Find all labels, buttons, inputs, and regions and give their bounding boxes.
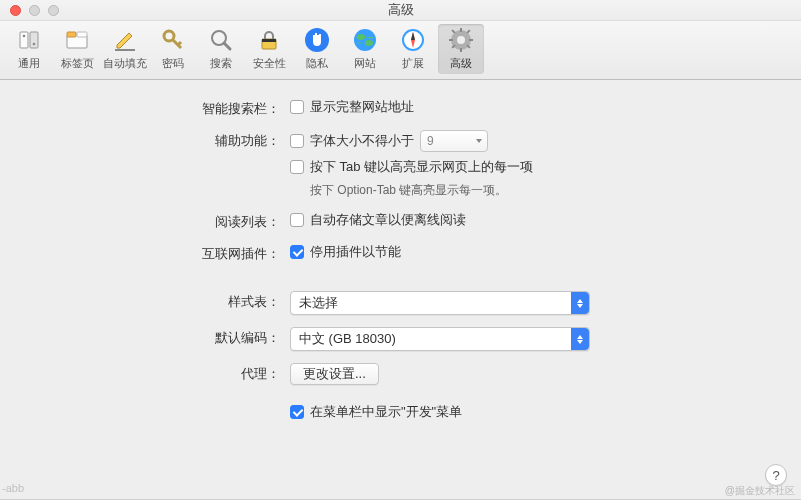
- svg-rect-26: [460, 48, 462, 52]
- tab-highlight-label: 按下 Tab 键以高亮显示网页上的每一项: [310, 158, 533, 176]
- preferences-window: 高级 通用 标签页 自动填充 密码: [0, 0, 801, 500]
- tab-label: 标签页: [61, 56, 94, 71]
- tab-websites[interactable]: 网站: [342, 24, 388, 74]
- encoding-value: 中文 (GB 18030): [299, 330, 396, 348]
- select-arrows-icon: [571, 328, 589, 350]
- tab-label: 搜索: [210, 56, 232, 71]
- show-develop-menu-label: 在菜单栏中显示"开发"菜单: [310, 403, 462, 421]
- close-window-button[interactable]: [10, 5, 21, 16]
- switch-icon: [15, 26, 43, 54]
- smart-search-label: 智能搜索栏：: [30, 98, 290, 118]
- proxy-label: 代理：: [30, 363, 290, 383]
- svg-rect-6: [77, 32, 87, 37]
- tab-label: 自动填充: [103, 56, 147, 71]
- minimize-window-button[interactable]: [29, 5, 40, 16]
- window-controls: [0, 5, 59, 16]
- svg-line-13: [224, 43, 230, 49]
- stylesheet-select[interactable]: 未选择: [290, 291, 590, 315]
- svg-rect-15: [262, 39, 276, 42]
- tab-highlight-checkbox[interactable]: [290, 160, 304, 174]
- svg-rect-5: [67, 32, 76, 37]
- zoom-window-button[interactable]: [48, 5, 59, 16]
- tab-search[interactable]: 搜索: [198, 24, 244, 74]
- tab-passwords[interactable]: 密码: [150, 24, 196, 74]
- tab-label: 高级: [450, 56, 472, 71]
- hand-icon: [303, 26, 331, 54]
- tab-autofill[interactable]: 自动填充: [102, 24, 148, 74]
- preferences-toolbar: 通用 标签页 自动填充 密码 搜索: [0, 21, 801, 80]
- globe-icon: [351, 26, 379, 54]
- tab-label: 通用: [18, 56, 40, 71]
- key-icon: [159, 26, 187, 54]
- lock-icon: [255, 26, 283, 54]
- svg-rect-0: [20, 32, 28, 48]
- tab-label: 安全性: [253, 56, 286, 71]
- tab-label: 扩展: [402, 56, 424, 71]
- svg-point-2: [23, 35, 26, 38]
- svg-rect-28: [469, 39, 473, 41]
- svg-rect-25: [460, 28, 462, 32]
- accessibility-label: 辅助功能：: [30, 130, 290, 150]
- svg-point-33: [457, 36, 465, 44]
- tab-security[interactable]: 安全性: [246, 24, 292, 74]
- show-develop-menu-checkbox[interactable]: [290, 405, 304, 419]
- background-fragment: -abb: [0, 482, 42, 500]
- svg-point-3: [33, 43, 36, 46]
- stylesheet-value: 未选择: [299, 294, 338, 312]
- svg-point-19: [365, 40, 373, 46]
- show-full-url-label: 显示完整网站地址: [310, 98, 414, 116]
- encoding-label: 默认编码：: [30, 327, 290, 347]
- svg-marker-7: [117, 33, 132, 48]
- select-arrows-icon: [571, 292, 589, 314]
- min-font-select[interactable]: 9: [420, 130, 488, 152]
- pencil-icon: [111, 26, 139, 54]
- tab-advanced[interactable]: 高级: [438, 24, 484, 74]
- advanced-pane: 智能搜索栏： 显示完整网站地址 辅助功能： 字体大小不得小于 9 按下 Tab …: [0, 80, 801, 443]
- svg-point-17: [354, 29, 376, 51]
- reading-list-label: 阅读列表：: [30, 211, 290, 231]
- tab-extensions[interactable]: 扩展: [390, 24, 436, 74]
- compass-icon: [399, 26, 427, 54]
- tab-label: 网站: [354, 56, 376, 71]
- svg-rect-27: [449, 39, 453, 41]
- window-title: 高级: [0, 1, 801, 19]
- stop-plugins-checkbox[interactable]: [290, 245, 304, 259]
- stop-plugins-label: 停用插件以节能: [310, 243, 401, 261]
- tab-tabs[interactable]: 标签页: [54, 24, 100, 74]
- min-font-label: 字体大小不得小于: [310, 132, 414, 150]
- tab-label: 隐私: [306, 56, 328, 71]
- tab-general[interactable]: 通用: [6, 24, 52, 74]
- gear-icon: [447, 26, 475, 54]
- stylesheet-label: 样式表：: [30, 291, 290, 311]
- svg-point-18: [357, 34, 365, 40]
- min-font-checkbox[interactable]: [290, 134, 304, 148]
- change-proxy-button[interactable]: 更改设置...: [290, 363, 379, 385]
- svg-rect-1: [30, 32, 38, 48]
- encoding-select[interactable]: 中文 (GB 18030): [290, 327, 590, 351]
- svg-line-11: [178, 42, 181, 45]
- help-button[interactable]: ?: [765, 464, 787, 486]
- titlebar: 高级: [0, 0, 801, 21]
- tabs-icon: [63, 26, 91, 54]
- tab-label: 密码: [162, 56, 184, 71]
- offline-reading-label: 自动存储文章以便离线阅读: [310, 211, 466, 229]
- tab-privacy[interactable]: 隐私: [294, 24, 340, 74]
- plugins-label: 互联网插件：: [30, 243, 290, 263]
- magnifier-icon: [207, 26, 235, 54]
- show-full-url-checkbox[interactable]: [290, 100, 304, 114]
- watermark-text: @掘金技术社区: [725, 484, 795, 498]
- tab-highlight-hint: 按下 Option-Tab 键高亮显示每一项。: [310, 182, 771, 199]
- offline-reading-checkbox[interactable]: [290, 213, 304, 227]
